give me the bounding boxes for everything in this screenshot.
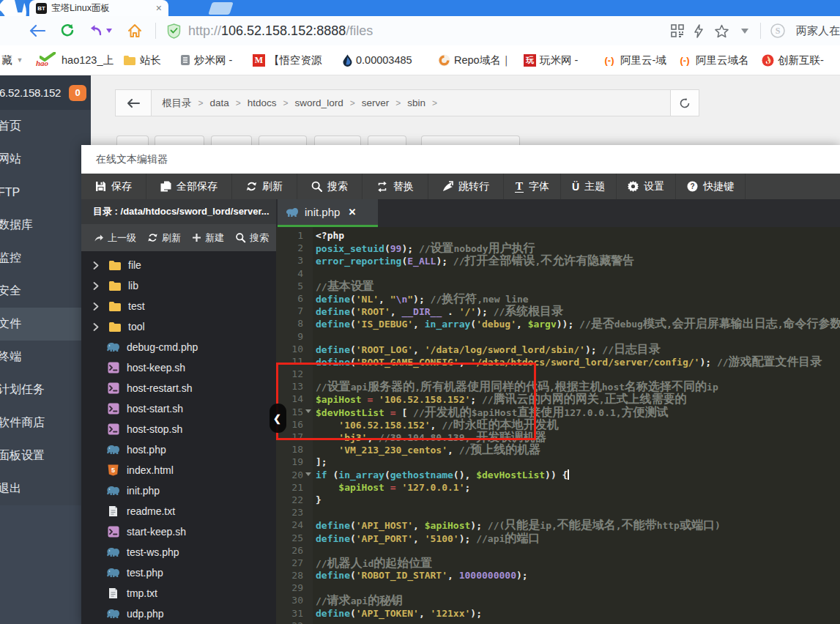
tree-folder-tool[interactable]: tool (81, 316, 276, 337)
editor-tab-close-icon[interactable]: ✕ (348, 207, 356, 218)
editor-toolbar-save-all-button[interactable]: 全部保存 (146, 174, 232, 199)
sidebar-item[interactable]: 面板设置 (0, 439, 91, 472)
editor-tab-init-php[interactable]: init.php ✕ (278, 199, 378, 227)
tree-file-host-stop.sh[interactable]: host-stop.sh (81, 419, 276, 439)
qrcode-icon[interactable] (671, 24, 684, 37)
sidebar-item[interactable]: 文件 (0, 308, 91, 341)
breadcrumb-segment[interactable]: 根目录 (162, 97, 192, 110)
bookmark-item[interactable]: M【悟空资源 (253, 45, 322, 75)
filemanager-button-top[interactable] (368, 135, 406, 145)
file-panel-refresh-action[interactable]: 刷新 (147, 231, 181, 245)
php-file-icon (106, 568, 120, 578)
tree-file-host-restart.sh[interactable]: host-restart.sh (81, 378, 276, 398)
tree-file-readme.txt[interactable]: readme.txt (81, 501, 276, 521)
code-editor[interactable]: 1234567891011121314151617181920212223242… (276, 227, 840, 624)
filemanager-button-top[interactable] (421, 135, 520, 145)
breadcrumb-refresh-button[interactable] (670, 90, 699, 116)
filemanager-button-top[interactable] (116, 135, 149, 145)
bookmark-item[interactable]: haohao123_上 (36, 45, 114, 75)
browser-tab[interactable]: BT 宝塔Linux面板 × (29, 0, 168, 16)
bookmark-item[interactable]: 创新互联- (762, 45, 824, 75)
tree-folder-test[interactable]: test (81, 296, 276, 316)
sidebar-item[interactable]: 终端 (0, 341, 91, 374)
sidebar-item[interactable]: FTP (0, 176, 91, 209)
bookmark-item[interactable]: Repo域名｜ (438, 45, 511, 75)
bookmark-item[interactable]: 站长 (123, 45, 161, 75)
breadcrumb-segment[interactable]: sword_lord (295, 97, 343, 108)
undo-caret-icon[interactable] (106, 29, 112, 33)
chevron-right-icon[interactable] (93, 323, 103, 331)
sidebar-item[interactable]: 首页 (0, 110, 91, 143)
filemanager-button-top[interactable] (314, 135, 361, 145)
tree-file-test.php[interactable]: test.php (81, 562, 276, 583)
sidebar-item[interactable]: 安全 (0, 275, 91, 308)
refresh-icon[interactable] (60, 23, 75, 38)
site-shield-icon[interactable] (167, 23, 181, 39)
panel-collapse-handle[interactable]: ❮ (270, 404, 286, 433)
bookmark-label: 站长 (140, 53, 161, 67)
tab-close-icon[interactable]: × (156, 3, 162, 13)
bookmark-item[interactable]: 玩玩米网 - (524, 45, 578, 75)
tree-file-host-keep.sh[interactable]: host-keep.sh (81, 357, 276, 378)
chevron-right-icon[interactable] (93, 261, 103, 270)
lightning-icon[interactable] (694, 24, 704, 38)
tree-file-debug-cmd.php[interactable]: debug-cmd.php (81, 337, 276, 357)
chevron-right-icon[interactable] (93, 282, 103, 290)
editor-toolbar-theme-button[interactable]: Ü主题 (561, 174, 617, 199)
sidebar-item[interactable]: 数据库 (0, 209, 91, 242)
sidebar-item[interactable]: 软件商店 (0, 406, 91, 439)
address-bar[interactable]: http://106.52.158.152:8888/files (188, 23, 373, 39)
message-badge[interactable]: 0 (69, 85, 86, 101)
back-icon[interactable] (29, 24, 45, 37)
filemanager-button-top[interactable] (259, 135, 307, 145)
breadcrumb-segment[interactable]: sbin (407, 97, 425, 108)
file-panel-plus-action[interactable]: 新建 (192, 231, 224, 245)
sidebar-item[interactable]: 监控 (0, 242, 91, 275)
account-name[interactable]: 两家人在餐 (796, 24, 840, 38)
fold-marker-icon[interactable] (305, 472, 311, 476)
tree-file-start-keep.sh[interactable]: start-keep.sh (81, 521, 276, 542)
editor-toolbar-refresh-button[interactable]: 刷新 (232, 174, 297, 199)
tree-file-host-start.sh[interactable]: host-start.sh (81, 398, 276, 419)
sidebar-item[interactable]: 网站 (0, 143, 91, 176)
sidebar-item[interactable]: 退出 (0, 472, 91, 505)
bookmark-item[interactable]: 炒米网 - (180, 45, 232, 75)
editor-toolbar-goto-button[interactable]: 跳转行 (428, 174, 504, 199)
new-tab-button[interactable] (208, 2, 234, 15)
editor-toolbar-replace-button[interactable]: 替换 (363, 174, 428, 199)
file-panel-search-action[interactable]: 搜索 (235, 231, 269, 245)
breadcrumb-segment[interactable]: server (362, 97, 390, 108)
bookmark-item[interactable]: 藏▼ (0, 45, 23, 75)
tree-file-init.php[interactable]: init.php (81, 480, 276, 501)
bookmark-item[interactable]: 0.00003485 (343, 45, 412, 75)
tree-folder-file[interactable]: file (81, 255, 276, 275)
tree-file-udp.php[interactable]: udp.php (81, 603, 276, 624)
breadcrumb-segment[interactable]: data (210, 97, 229, 108)
home-icon[interactable] (127, 23, 142, 38)
account-avatar-icon[interactable]: S (770, 23, 785, 38)
file-panel-up-action[interactable]: 上一级 (94, 231, 136, 245)
bookmark-item[interactable]: (-)阿里云-域 (602, 45, 666, 75)
fold-marker-icon[interactable] (305, 409, 311, 413)
editor-toolbar-hotkeys-button[interactable]: ?快捷键 (676, 174, 746, 199)
breadcrumb-back-button[interactable] (116, 90, 152, 116)
editor-toolbar-settings-button[interactable]: 设置 (617, 174, 676, 199)
tree-file-index.html[interactable]: 5index.html (81, 460, 276, 480)
filemanager-button-top[interactable] (211, 135, 252, 145)
code-content[interactable]: <?phpposix_setuid(99); //设置nobody用户执行err… (313, 227, 840, 624)
sidebar-item[interactable]: 计划任务 (0, 374, 91, 406)
toolbar-caret-icon[interactable] (741, 29, 748, 34)
editor-toolbar-search-button[interactable]: 搜索 (297, 174, 363, 199)
filemanager-button-top[interactable] (155, 135, 204, 145)
chevron-right-icon[interactable] (93, 302, 103, 311)
breadcrumb-segment[interactable]: htdocs (248, 97, 277, 108)
tree-file-test-ws.php[interactable]: test-ws.php (81, 542, 276, 562)
tree-file-tmp.txt[interactable]: tmp.txt (81, 583, 276, 603)
editor-toolbar-save-button[interactable]: 保存 (81, 174, 146, 199)
tree-folder-lib[interactable]: lib (81, 275, 276, 296)
favorite-star-icon[interactable] (715, 24, 729, 38)
tree-file-host.php[interactable]: host.php (81, 439, 276, 460)
bookmark-item[interactable]: (-)阿里云域名 (677, 45, 749, 75)
editor-toolbar-font-button[interactable]: T字体 (504, 174, 561, 199)
undo-icon[interactable] (89, 24, 103, 37)
